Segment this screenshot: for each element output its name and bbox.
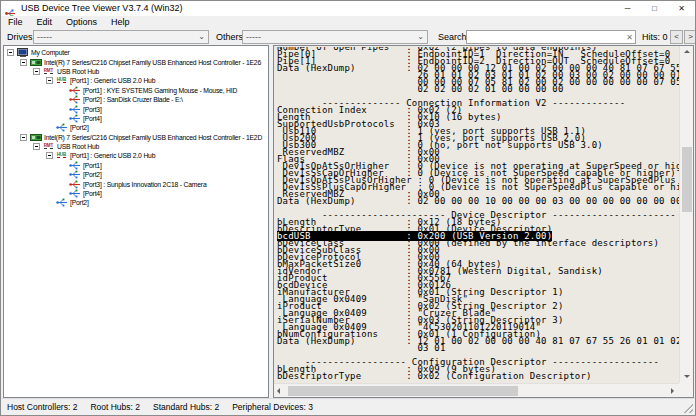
tree-node[interactable]: Intel(R) 7 Series/C216 Chipset Family US… [4, 57, 268, 66]
close-button[interactable]: ✕ [668, 1, 695, 16]
drives-combobox[interactable]: ----- ⌄ [33, 30, 209, 44]
tree-node-label: [Port2] [70, 124, 89, 131]
collapse-toggle[interactable] [20, 59, 27, 66]
tree-node-label: [Port1] : KYE SYSTEMS Gaming Mouse - Mou… [83, 87, 237, 94]
drives-label: Drives: [7, 29, 35, 45]
tree-node[interactable]: [Port2] [4, 198, 268, 207]
tree-node-label: [Port1] : Generic USB 2.0 Hub [70, 152, 155, 159]
tree-node-label: [Port2] : SanDisk Cruzer Blade - E:\ [83, 96, 183, 103]
scroll-up-icon[interactable] [680, 46, 694, 59]
usb-device-icon [68, 95, 81, 104]
status-item: Standard Hubs: 2 [153, 402, 219, 412]
tree-node[interactable]: [Port1] [4, 161, 268, 170]
usb-port-empty-icon [68, 161, 81, 170]
descriptor-line: bDescriptorType : 0x02 (Configuration De… [277, 373, 679, 380]
horizontal-scrollbar[interactable] [274, 383, 679, 397]
next-hit-button[interactable]: > [684, 30, 696, 44]
menu-help[interactable]: Help [104, 16, 137, 29]
menu-file[interactable]: File [1, 16, 30, 29]
tree-node-label: [Port2] [70, 199, 89, 206]
vertical-scrollbar-thumb[interactable] [682, 147, 692, 212]
scroll-left-icon[interactable] [274, 384, 287, 398]
tree-node-label: USB Root Hub [57, 143, 99, 150]
usb-port-empty-icon [55, 123, 68, 132]
maximize-button[interactable]: □ [641, 1, 668, 16]
hub-icon: HUB [55, 151, 68, 160]
status-item: Peripheral Devices: 3 [232, 402, 313, 412]
usb-port-empty-icon [68, 170, 81, 179]
status-item: Host Controllers: 2 [7, 402, 77, 412]
scroll-down-icon[interactable] [680, 370, 694, 383]
horizontal-scrollbar-thumb[interactable] [288, 386, 518, 396]
collapse-toggle[interactable] [33, 143, 40, 150]
search-input[interactable] [469, 31, 619, 43]
vertical-scrollbar[interactable] [679, 46, 693, 383]
descriptor-line: 02 02 00 02 01 00 00 00 00 ......... [277, 86, 679, 93]
hub-icon: HUB [55, 76, 68, 85]
search-label: Search: [438, 29, 469, 45]
tree-node[interactable]: RMTUSB Root Hub [4, 67, 268, 76]
tree-node[interactable]: [Port2] [4, 170, 268, 179]
usb-port-empty-icon [68, 114, 81, 123]
tree-node[interactable]: Intel(R) 7 Series/C216 Chipset Family US… [4, 133, 268, 142]
tree-node-label: [Port4] [83, 190, 102, 197]
tree-node[interactable]: HUB[Port1] : Generic USB 2.0 Hub [4, 151, 268, 160]
window-title: USB Device Tree Viewer V3.7.4 (Win32) [21, 1, 182, 16]
root-hub-icon: RMT [42, 67, 55, 76]
menu-edit[interactable]: Edit [30, 16, 60, 29]
drives-value: ----- [37, 32, 52, 42]
resize-grip[interactable] [684, 404, 693, 413]
menu-options[interactable]: Options [59, 16, 104, 29]
prev-hit-button[interactable]: < [670, 30, 683, 44]
root-hub-icon: RMT [42, 142, 55, 151]
usb-port-empty-icon [68, 189, 81, 198]
tree-node[interactable]: [Port2] [4, 123, 268, 132]
search-box: ✕ [466, 30, 636, 44]
usb-device-icon [68, 86, 81, 95]
tree-node[interactable]: RMTUSB Root Hub [4, 142, 268, 151]
tree-node[interactable]: My Computer [4, 48, 268, 57]
tree-node[interactable]: [Port4] [4, 114, 268, 123]
device-tree-panel[interactable]: My ComputerIntel(R) 7 Series/C216 Chipse… [3, 45, 269, 398]
scrollbar-corner [679, 383, 693, 397]
status-item: Root Hubs: 2 [90, 402, 140, 412]
descriptor-text[interactable]: Number Of Open Pipes : 0x02 (2 pipes to … [275, 47, 679, 383]
app-window: USB Device Tree Viewer V3.7.4 (Win32) ─ … [0, 0, 696, 416]
tree-node[interactable]: [Port1] : KYE SYSTEMS Gaming Mouse - Mou… [4, 86, 268, 95]
minimize-button[interactable]: ─ [614, 1, 641, 16]
collapse-toggle[interactable] [20, 134, 27, 141]
collapse-toggle[interactable] [33, 68, 40, 75]
details-panel: Number Of Open Pipes : 0x02 (2 pipes to … [273, 45, 694, 398]
tree-node-label: [Port3] : Sunplus Innovation 2C18 - Came… [83, 181, 206, 188]
chevron-down-icon: ⌄ [417, 31, 424, 43]
tree-node[interactable]: [Port4] [4, 189, 268, 198]
tree-node-label: [Port4] [83, 115, 102, 122]
usb-port-empty-icon [68, 105, 81, 114]
collapse-toggle[interactable] [46, 77, 53, 84]
tree-node-label: Intel(R) 7 Series/C216 Chipset Family US… [44, 134, 262, 141]
tree-node-label: [Port3] [83, 106, 102, 113]
tree-node[interactable]: [Port3] : Sunplus Innovation 2C18 - Came… [4, 179, 268, 188]
tree-node[interactable]: HUB[Port1] : Generic USB 2.0 Hub [4, 76, 268, 85]
usb-device-icon [68, 180, 81, 189]
status-bar: Host Controllers: 2Root Hubs: 2Standard … [1, 398, 695, 415]
descriptor-line: Data (HexDump) : 02 00 00 00 10 00 00 00… [277, 198, 679, 205]
computer-icon [16, 48, 29, 57]
others-value: ----- [246, 32, 261, 42]
title-bar: USB Device Tree Viewer V3.7.4 (Win32) ─ … [1, 1, 695, 16]
others-combobox[interactable]: ----- ⌄ [242, 30, 428, 44]
toolbar: Drives: ----- ⌄ Others: ----- ⌄ Search: … [1, 29, 695, 45]
menu-bar: FileEditOptionsHelp [1, 16, 695, 29]
tree-node[interactable]: [Port3] [4, 104, 268, 113]
host-controller-icon [29, 133, 42, 142]
tree-node-label: Intel(R) 7 Series/C216 Chipset Family US… [44, 59, 261, 66]
tree-node[interactable]: [Port2] : SanDisk Cruzer Blade - E:\ [4, 95, 268, 104]
host-controller-icon [29, 58, 42, 67]
collapse-toggle[interactable] [46, 152, 53, 159]
tree-node-label: My Computer [31, 49, 70, 56]
scroll-right-icon[interactable] [666, 384, 679, 398]
collapse-toggle[interactable] [7, 49, 14, 56]
tree-node-label: [Port2] [83, 171, 102, 178]
tree-node-label: [Port1] [83, 162, 102, 169]
clear-search-icon[interactable]: ✕ [626, 32, 633, 44]
